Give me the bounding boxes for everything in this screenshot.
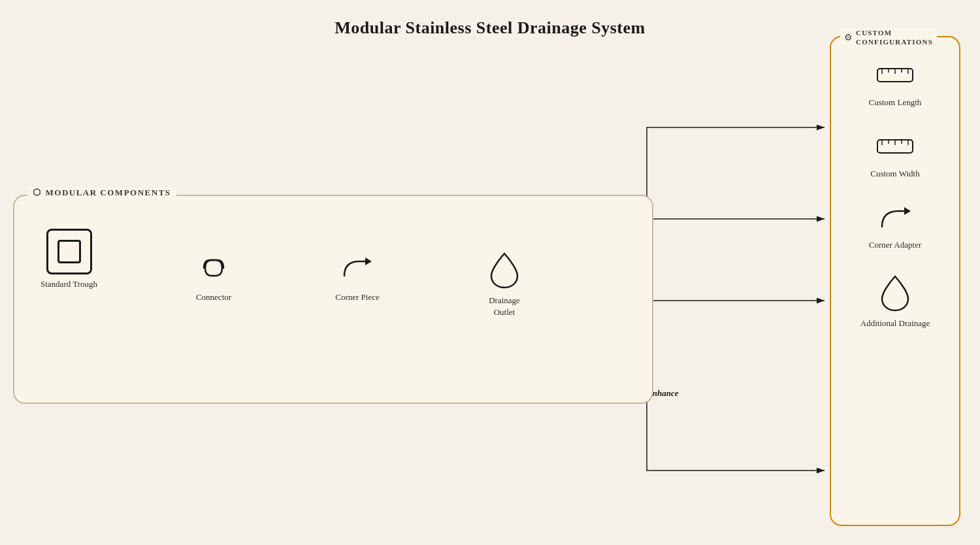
corner-piece-icon xyxy=(335,248,380,288)
custom-width-label: Custom Width xyxy=(870,168,919,180)
custom-configurations-box: ⚙ CUSTOMCONFIGURATIONS Custom Length Cus… xyxy=(830,36,960,526)
standard-trough-component: Standard Trough xyxy=(41,229,97,290)
custom-label-text: CUSTOMCONFIGURATIONS xyxy=(856,28,933,47)
trough-icon xyxy=(46,229,92,274)
custom-length-item: Custom Length xyxy=(831,57,959,108)
svg-marker-25 xyxy=(904,207,911,215)
additional-drainage-icon xyxy=(875,271,915,314)
additional-drainage-item: Additional Drainage xyxy=(831,271,959,329)
connector-label: Connector xyxy=(196,291,231,303)
corner-adapter-item: Corner Adapter xyxy=(831,199,959,251)
corner-adapter-label: Corner Adapter xyxy=(869,239,922,251)
modular-icon: ⬡ xyxy=(33,187,42,198)
modular-components-box: ⬡ MODULAR COMPONENTS Standard Trough Con… xyxy=(13,195,653,404)
custom-width-icon xyxy=(872,128,918,164)
drainage-outlet-component: DrainageOutlet xyxy=(485,248,524,318)
trough-inner xyxy=(57,240,81,263)
gear-icon: ⚙ xyxy=(844,32,853,43)
connector-icon xyxy=(191,248,237,288)
drainage-outlet-icon xyxy=(485,248,524,291)
corner-piece-component: Corner Piece xyxy=(335,248,380,303)
corner-adapter-icon xyxy=(872,199,918,235)
corner-piece-label: Corner Piece xyxy=(335,291,380,303)
custom-label: ⚙ CUSTOMCONFIGURATIONS xyxy=(840,28,937,47)
connector-component: Connector xyxy=(191,248,237,303)
custom-length-label: Custom Length xyxy=(869,97,922,108)
custom-width-item: Custom Width xyxy=(831,128,959,180)
drainage-outlet-label: DrainageOutlet xyxy=(489,295,520,318)
custom-length-icon xyxy=(872,57,918,93)
additional-drainage-label: Additional Drainage xyxy=(860,318,930,329)
svg-marker-12 xyxy=(365,257,372,265)
page-title: Modular Stainless Steel Drainage System xyxy=(0,0,980,38)
standard-trough-label: Standard Trough xyxy=(41,278,97,290)
modular-label: ⬡ MODULAR COMPONENTS xyxy=(27,187,176,198)
